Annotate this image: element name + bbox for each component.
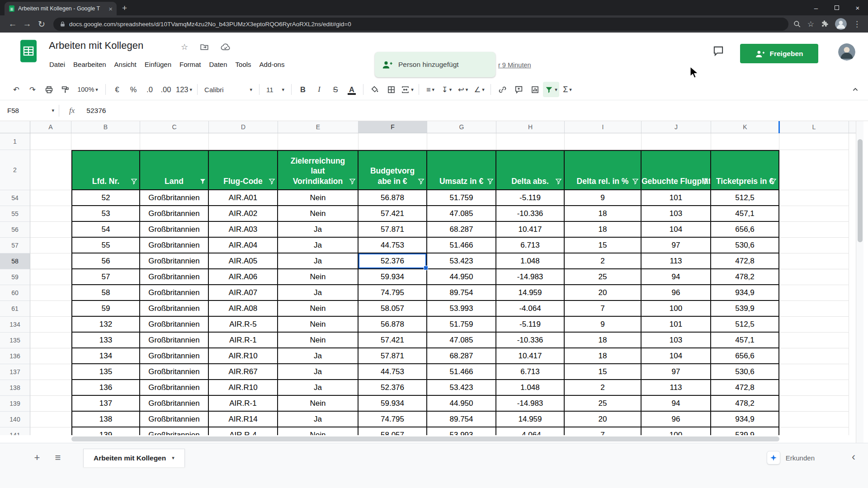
increase-decimals-button[interactable]: .00 [158, 82, 174, 97]
cell-D134[interactable]: AIR.R-5 [209, 317, 278, 333]
cell-C56[interactable]: Großbritannien [140, 222, 209, 238]
forward-icon[interactable]: → [20, 19, 34, 29]
url-bar[interactable]: docs.google.com/spreadsheets/d/10TVamqMz… [53, 18, 788, 31]
cell-L141[interactable] [779, 427, 849, 435]
cell-H135[interactable]: -10.336 [496, 333, 565, 348]
cell-K138[interactable]: 472,8 [711, 380, 779, 396]
filter-icon[interactable] [632, 178, 639, 185]
cell-H136[interactable]: 10.417 [496, 348, 565, 364]
collapse-panel-icon[interactable]: ‹ [852, 450, 855, 463]
close-window-button[interactable]: × [847, 0, 868, 15]
cell-L140[interactable] [779, 412, 849, 427]
extensions-icon[interactable] [821, 20, 829, 28]
insert-comment-button[interactable] [510, 82, 527, 97]
cell-B56[interactable]: 54 [71, 222, 140, 238]
cell-A57[interactable] [30, 238, 71, 253]
cell-B55[interactable]: 53 [71, 206, 140, 222]
cell-B134[interactable]: 132 [71, 317, 140, 333]
column-header-G[interactable]: G [427, 121, 496, 133]
cell-J140[interactable]: 96 [642, 412, 711, 427]
cell-B59[interactable]: 57 [71, 269, 140, 285]
cell-H60[interactable]: 14.959 [496, 285, 565, 301]
cell-C136[interactable]: Großbritannien [140, 348, 209, 364]
cell-L61[interactable] [779, 301, 849, 317]
text-color-button[interactable]: A [344, 82, 360, 97]
cell-K57[interactable]: 530,6 [711, 238, 779, 253]
cell-J55[interactable]: 103 [642, 206, 711, 222]
cell-D137[interactable]: AIR.R67 [209, 364, 278, 380]
move-folder-icon[interactable] [200, 42, 209, 52]
cell-E140[interactable]: Ja [278, 412, 359, 427]
cell-I56[interactable]: 18 [565, 222, 642, 238]
table-header-D2[interactable]: Flug-Code [209, 150, 278, 190]
cell-K140[interactable]: 934,9 [711, 412, 779, 427]
cell-A58[interactable] [30, 253, 71, 269]
cell-G59[interactable]: 44.950 [427, 269, 496, 285]
cell-I138[interactable]: 2 [565, 380, 642, 396]
cell-L137[interactable] [779, 364, 849, 380]
cell-I137[interactable]: 15 [565, 364, 642, 380]
cell-C138[interactable]: Großbritannien [140, 380, 209, 396]
cell-A54[interactable] [30, 190, 71, 206]
cell-D61[interactable]: AIR.A08 [209, 301, 278, 317]
row-header-56[interactable]: 56 [0, 222, 30, 238]
column-header-D[interactable]: D [209, 121, 278, 133]
menu-bearbeiten[interactable]: Bearbeiten [69, 59, 110, 70]
create-filter-button[interactable]: ▾ [543, 82, 559, 97]
text-rotation-button[interactable]: ∠▾ [471, 82, 487, 97]
cloud-status-icon[interactable] [221, 43, 231, 51]
formula-input[interactable]: 52376 [86, 107, 106, 115]
browser-menu-icon[interactable]: ⋮ [853, 19, 861, 29]
cell-C55[interactable]: Großbritannien [140, 206, 209, 222]
cell-F56[interactable]: 57.871 [359, 222, 427, 238]
italic-button[interactable]: I [311, 82, 327, 97]
bookmark-star-icon[interactable]: ☆ [807, 19, 814, 29]
cell-A134[interactable] [30, 317, 71, 333]
cell-H137[interactable]: 6.713 [496, 364, 565, 380]
cell-J135[interactable]: 103 [642, 333, 711, 348]
cell-D138[interactable]: AIR.R10 [209, 380, 278, 396]
cell-H56[interactable]: 10.417 [496, 222, 565, 238]
sheets-logo[interactable] [16, 39, 41, 63]
cell-J57[interactable]: 97 [642, 238, 711, 253]
maximize-button[interactable] [826, 0, 847, 15]
cell-L139[interactable] [779, 396, 849, 412]
filter-icon[interactable] [770, 178, 777, 185]
cell-G137[interactable]: 51.466 [427, 364, 496, 380]
table-header-K2[interactable]: Ticketpreis in € [711, 150, 779, 190]
cell-C135[interactable]: Großbritannien [140, 333, 209, 348]
row-header-139[interactable]: 139 [0, 396, 30, 412]
cell-A1[interactable] [30, 133, 71, 150]
cell-C58[interactable]: Großbritannien [140, 253, 209, 269]
cell-J61[interactable]: 100 [642, 301, 711, 317]
row-header-135[interactable]: 135 [0, 333, 30, 348]
cell-H140[interactable]: 14.959 [496, 412, 565, 427]
cell-A60[interactable] [30, 285, 71, 301]
cell-F134[interactable]: 56.878 [359, 317, 427, 333]
column-header-J[interactable]: J [642, 121, 711, 133]
cell-B1[interactable] [71, 133, 140, 150]
menu-einfuegen[interactable]: Einfügen [141, 59, 175, 70]
cell-A137[interactable] [30, 364, 71, 380]
cell-C59[interactable]: Großbritannien [140, 269, 209, 285]
zoom-icon[interactable] [793, 20, 801, 28]
document-title[interactable]: Arbeiten mit Kollegen [49, 40, 143, 52]
row-header-137[interactable]: 137 [0, 364, 30, 380]
table-header-G2[interactable]: Umsatz in € [427, 150, 496, 190]
cell-C139[interactable]: Großbritannien [140, 396, 209, 412]
cell-I59[interactable]: 25 [565, 269, 642, 285]
column-header-F[interactable]: F [359, 121, 427, 133]
vertical-scrollbar[interactable] [856, 121, 863, 443]
cell-F135[interactable]: 57.421 [359, 333, 427, 348]
cell-H58[interactable]: 1.048 [496, 253, 565, 269]
cell-I60[interactable]: 20 [565, 285, 642, 301]
cell-I141[interactable]: 7 [565, 427, 642, 435]
cell-D136[interactable]: AIR.R10 [209, 348, 278, 364]
select-all-corner[interactable] [0, 121, 30, 133]
cell-E139[interactable]: Nein [278, 396, 359, 412]
reload-icon[interactable]: ↻ [34, 19, 49, 29]
cell-G138[interactable]: 53.423 [427, 380, 496, 396]
strikethrough-button[interactable]: S [327, 82, 344, 97]
cell-C57[interactable]: Großbritannien [140, 238, 209, 253]
cell-C134[interactable]: Großbritannien [140, 317, 209, 333]
